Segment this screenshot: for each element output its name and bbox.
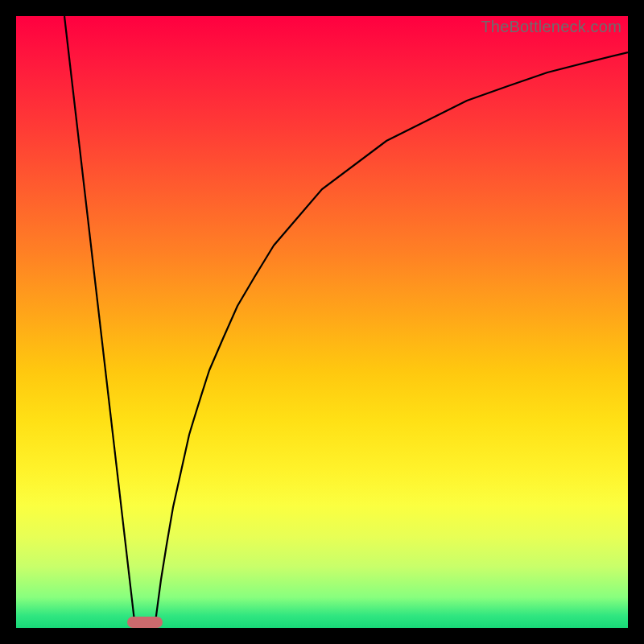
chart-plot-area: TheBottleneck.com: [16, 16, 628, 628]
chart-curves: [16, 16, 628, 628]
bottleneck-marker: [127, 617, 163, 628]
right-curve-smooth: [155, 52, 628, 628]
left-line: [64, 16, 135, 628]
